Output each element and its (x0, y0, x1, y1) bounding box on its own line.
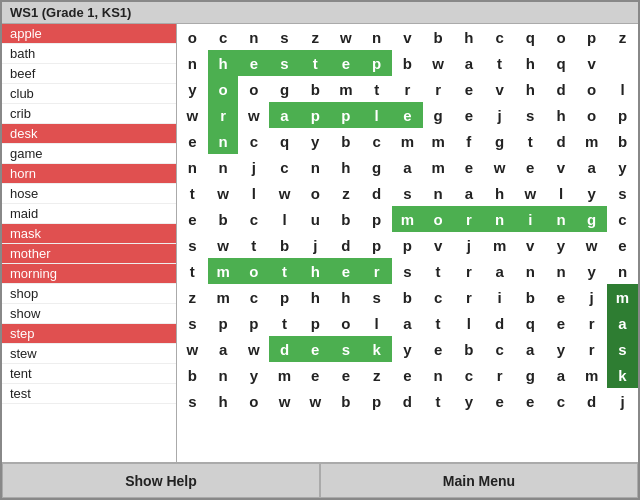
show-help-label: Show Help (125, 473, 197, 489)
grid-cell: y (546, 336, 577, 362)
grid-cell: m (208, 284, 239, 310)
grid-cell: t (515, 128, 546, 154)
grid-cell: o (423, 206, 454, 232)
word-item[interactable]: game (2, 144, 176, 164)
grid-cell: t (423, 258, 454, 284)
word-item[interactable]: show (2, 304, 176, 324)
main-menu-button[interactable]: Main Menu (320, 463, 638, 498)
grid-cell: n (300, 154, 331, 180)
grid-cell: m (392, 206, 423, 232)
grid-cell: t (269, 258, 300, 284)
grid-cell: s (361, 284, 392, 310)
grid-cell: n (177, 154, 208, 180)
grid-cell: r (453, 284, 484, 310)
grid-cell: n (238, 24, 269, 50)
grid-cell: e (331, 362, 362, 388)
grid-cell: h (515, 50, 546, 76)
grid-cell: t (361, 76, 392, 102)
grid-cell: y (392, 336, 423, 362)
word-item[interactable]: shop (2, 284, 176, 304)
grid-cell: d (546, 128, 577, 154)
grid-cell: s (607, 180, 638, 206)
grid-cell: c (546, 388, 577, 414)
grid-cell: j (607, 388, 638, 414)
grid-cell: c (484, 24, 515, 50)
grid-cell: d (269, 336, 300, 362)
grid-cell: p (576, 24, 607, 50)
grid-cell: o (331, 310, 362, 336)
word-item[interactable]: mask (2, 224, 176, 244)
grid-cell: d (484, 310, 515, 336)
word-list: applebathbeefclubcribdeskgamehornhosemai… (2, 24, 177, 462)
grid-cell: o (576, 76, 607, 102)
grid-cell: h (453, 24, 484, 50)
word-item[interactable]: horn (2, 164, 176, 184)
grid-cell: o (208, 76, 239, 102)
word-item[interactable]: apple (2, 24, 176, 44)
word-item[interactable]: tent (2, 364, 176, 384)
grid-cell: p (238, 310, 269, 336)
grid-cell: w (423, 50, 454, 76)
grid-cell: r (576, 336, 607, 362)
grid-cell: c (238, 128, 269, 154)
grid-cell: w (238, 336, 269, 362)
grid-cell: r (484, 362, 515, 388)
grid-cell: c (238, 206, 269, 232)
word-item[interactable]: step (2, 324, 176, 344)
grid-cell: a (453, 50, 484, 76)
grid-cell: e (392, 102, 423, 128)
grid-cell: a (607, 310, 638, 336)
grid-cell: d (546, 76, 577, 102)
grid-cell: w (269, 388, 300, 414)
grid-cell: y (607, 154, 638, 180)
word-item[interactable]: stew (2, 344, 176, 364)
grid-cell: l (361, 310, 392, 336)
word-item[interactable]: test (2, 384, 176, 404)
grid-cell: e (546, 284, 577, 310)
grid-cell: n (546, 258, 577, 284)
grid-cell: w (208, 232, 239, 258)
grid-cell: p (269, 284, 300, 310)
grid-cell: r (208, 102, 239, 128)
word-item[interactable]: mother (2, 244, 176, 264)
grid-cell: s (177, 388, 208, 414)
grid-cell: e (484, 388, 515, 414)
grid-cell: y (576, 258, 607, 284)
grid-cell: w (269, 180, 300, 206)
word-item[interactable]: bath (2, 44, 176, 64)
grid-cell: o (238, 388, 269, 414)
grid-cell: m (576, 128, 607, 154)
grid-cell: h (300, 284, 331, 310)
grid-cell: n (515, 258, 546, 284)
show-help-button[interactable]: Show Help (2, 463, 320, 498)
grid-cell (607, 50, 638, 76)
grid-cell: m (331, 76, 362, 102)
grid-cell: h (331, 284, 362, 310)
grid-cell: m (484, 232, 515, 258)
grid-cell: t (238, 232, 269, 258)
grid-cell: c (484, 336, 515, 362)
word-item[interactable]: morning (2, 264, 176, 284)
word-item[interactable]: desk (2, 124, 176, 144)
word-item[interactable]: beef (2, 64, 176, 84)
word-item[interactable]: maid (2, 204, 176, 224)
grid-cell: v (423, 232, 454, 258)
grid-cell: z (331, 180, 362, 206)
word-item[interactable]: hose (2, 184, 176, 204)
grid-cell: b (331, 388, 362, 414)
grid-cell: p (392, 232, 423, 258)
grid-cell: n (423, 180, 454, 206)
grid-area: ocnszwnvbhcqopznhestepbwathqvyoogbmtrrev… (177, 24, 638, 462)
grid-cell: p (331, 102, 362, 128)
grid-cell: q (269, 128, 300, 154)
grid-cell: e (177, 206, 208, 232)
grid-cell: e (515, 388, 546, 414)
grid-cell: h (208, 388, 239, 414)
word-item[interactable]: club (2, 84, 176, 104)
grid-cell: n (208, 362, 239, 388)
grid-cell: c (453, 362, 484, 388)
grid-cell: n (361, 24, 392, 50)
word-item[interactable]: crib (2, 104, 176, 124)
title-bar: WS1 (Grade 1, KS1) (2, 2, 638, 24)
grid-cell: p (361, 206, 392, 232)
